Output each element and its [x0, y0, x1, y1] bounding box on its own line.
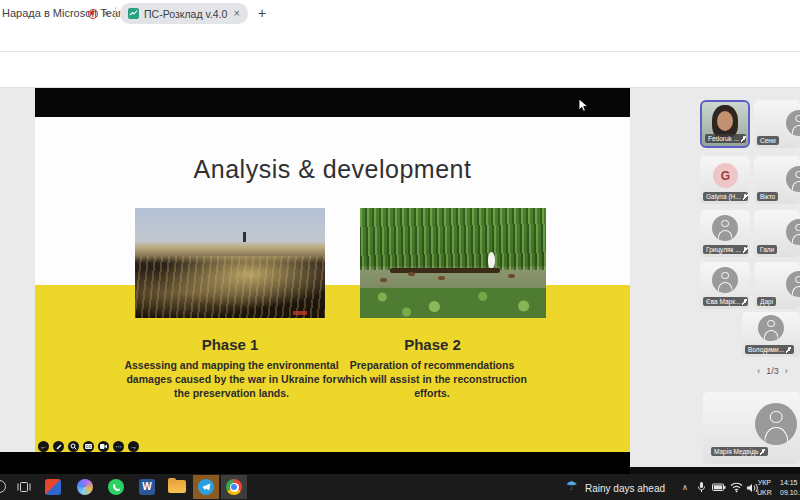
chrome-icon[interactable] — [221, 475, 247, 499]
participant-label: Єва Марк... — [703, 297, 748, 306]
participant-tile[interactable]: Володими... — [742, 312, 800, 357]
wetland-photo — [360, 208, 546, 318]
phase2-heading: Phase 2 — [340, 336, 525, 353]
participant-tile-large[interactable]: Марія Медвідь — [703, 392, 800, 464]
avatar — [786, 219, 800, 245]
participant-label: Грицуляк ... — [703, 245, 748, 254]
person-figure — [243, 232, 246, 242]
avatar — [712, 215, 738, 241]
participant-tile[interactable]: G Galyna (H... — [700, 156, 750, 204]
prev-slide-button[interactable]: ← — [38, 441, 49, 452]
screen: Нарада в Microsoft Teams × ПС-Розклад v.… — [0, 0, 800, 500]
dry-grass-texture — [135, 256, 325, 318]
participant-tile[interactable]: Грицуляк ... — [700, 210, 750, 257]
weather-icon[interactable]: ☂ — [566, 478, 578, 493]
tab-favicon-chart-icon — [128, 8, 139, 19]
page-indicator: 1/3 — [766, 366, 779, 376]
photo-watermark — [293, 311, 307, 315]
avatar — [712, 267, 738, 293]
participant-label: Марія Медвідь — [711, 447, 768, 456]
browser-toolbar: ↻ ⌂ teams.microsoft.com/light-meetings/l… — [0, 27, 800, 52]
participant-tile-video[interactable]: Fedoruk ... — [700, 100, 750, 148]
page-prev-icon[interactable]: ‹ — [757, 366, 760, 376]
tab-title: ПС-Розклад v.4.0 — [144, 8, 234, 20]
participant-label: Galyna (H... — [703, 192, 748, 201]
participant-tile[interactable]: Вікто — [754, 156, 800, 204]
language-indicator[interactable]: УКР UKR — [757, 478, 772, 498]
close-tab-icon[interactable]: × — [234, 8, 240, 19]
mic-off-icon — [743, 247, 748, 253]
participant-label: Вікто — [757, 192, 778, 201]
participant-tile[interactable]: Гали — [754, 210, 800, 257]
tab-ps-rozklad[interactable]: ПС-Розклад v.4.0 × — [120, 3, 248, 24]
phase1-body: Assessing and mapping the environmental … — [119, 359, 344, 401]
log — [390, 268, 500, 273]
reeds-texture — [360, 208, 546, 270]
telegram-icon[interactable] — [193, 475, 219, 499]
browser-tab-strip: Нарада в Microsoft Teams × ПС-Розклад v.… — [0, 0, 800, 27]
phase1-heading: Phase 1 — [130, 336, 330, 353]
avatar — [786, 166, 800, 192]
water-lilies — [360, 288, 546, 318]
battery-icon[interactable] — [712, 483, 726, 492]
new-tab-button[interactable]: + — [258, 5, 266, 21]
duck — [508, 274, 515, 278]
more-slide-button[interactable]: ⋯ — [113, 441, 124, 452]
recording-icon — [88, 9, 98, 19]
weather-text[interactable]: Rainy days ahead — [585, 483, 665, 494]
window-bottom-edge — [630, 467, 800, 474]
slide-controls: ← CC ⋯ → — [38, 441, 139, 452]
burnt-field-photo — [135, 208, 325, 318]
pen-button[interactable] — [53, 441, 64, 452]
mic-off-icon — [742, 299, 747, 305]
avatar — [786, 110, 800, 136]
slide-title: Analysis & development — [35, 155, 630, 184]
participant-label: Володими... — [745, 345, 794, 354]
participant-tile[interactable]: Сени — [754, 100, 800, 148]
participant-label: Дарі — [757, 297, 776, 306]
mic-off-icon — [743, 194, 748, 200]
participant-label: Сени — [757, 136, 779, 145]
mic-off-icon — [741, 136, 746, 142]
file-explorer-icon[interactable] — [168, 480, 186, 493]
app-icon[interactable] — [45, 479, 61, 495]
page-next-icon[interactable]: › — [785, 366, 788, 376]
duck — [438, 276, 445, 280]
tray-mic-icon[interactable] — [697, 481, 706, 493]
copilot-icon[interactable] — [77, 479, 93, 495]
mouse-cursor — [578, 98, 589, 113]
phase2-body: Preparation of recommendations which wil… — [337, 359, 527, 401]
participant-tile[interactable]: Дарі — [754, 262, 800, 309]
shared-screen-top-bar — [35, 88, 630, 117]
wifi-icon[interactable] — [730, 482, 743, 493]
close-tab-icon[interactable]: × — [103, 8, 109, 19]
stage-bottom-strip: Марія – + — [0, 452, 630, 474]
avatar — [758, 315, 784, 341]
captions-button[interactable]: CC — [83, 441, 94, 452]
tray-expand-icon[interactable]: ∧ — [682, 483, 688, 492]
participant-label: Fedoruk ... — [705, 134, 746, 143]
clock[interactable]: 14:15 09.10.2 — [780, 478, 800, 498]
duck — [408, 272, 415, 276]
task-view-icon[interactable] — [17, 481, 31, 493]
duck — [380, 278, 387, 282]
meeting-header: 15 Почати Чат 24 Користувачі Підняти Реа… — [0, 52, 800, 88]
tab-divider — [115, 7, 116, 20]
video-button[interactable] — [98, 441, 109, 452]
participant-label: Гали — [757, 245, 777, 254]
avatar — [786, 271, 800, 297]
zoom-button[interactable] — [68, 441, 79, 452]
avatar — [755, 403, 797, 445]
word-icon[interactable]: W — [139, 479, 155, 495]
participants-pagination: ‹ 1/3 › — [745, 366, 800, 376]
white-egret — [488, 252, 495, 268]
avatar-initial: G — [713, 163, 738, 188]
mic-off-icon — [786, 347, 791, 353]
mic-off-icon — [760, 449, 765, 455]
whatsapp-icon[interactable] — [108, 479, 124, 495]
tab-teams-meeting[interactable]: Нарада в Microsoft Teams — [2, 7, 133, 19]
participant-tile[interactable]: Єва Марк... — [700, 262, 750, 309]
next-slide-button[interactable]: → — [128, 441, 139, 452]
